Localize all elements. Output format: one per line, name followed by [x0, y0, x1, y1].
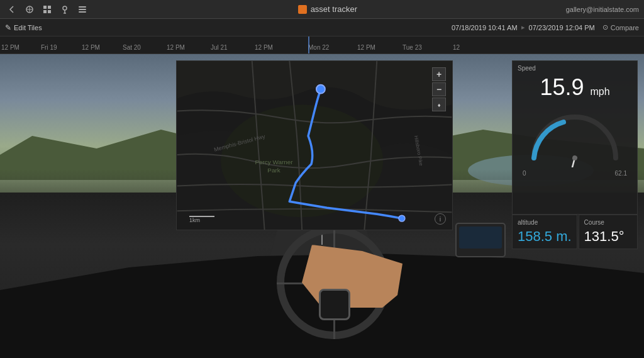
user-email: gallery@initialstate.com: [566, 6, 639, 13]
list-button[interactable]: [75, 3, 89, 16]
map-zoom-in-button[interactable]: +: [432, 67, 446, 81]
timeline-label-0: 12 PM: [1, 44, 19, 51]
timeline-label-9: 12: [453, 44, 460, 51]
scale-text: 1km: [189, 217, 200, 223]
map-panel[interactable]: Memphis-Bristol Hwy Percy Warner Park Hi…: [176, 60, 453, 230]
date-start[interactable]: 07/18/2019 10:41 AM: [452, 24, 518, 31]
speed-unit: mph: [590, 86, 609, 97]
gps-device: [455, 223, 506, 257]
pencil-icon: ✎: [5, 23, 11, 32]
altitude-label: altitude: [518, 219, 572, 226]
timeline-label-7: 12 PM: [357, 44, 375, 51]
speed-value: 15.9 mph: [513, 73, 637, 102]
svg-rect-6: [79, 6, 86, 8]
altitude-panel: altitude 158.5 m.: [512, 215, 577, 249]
svg-point-16: [316, 85, 325, 94]
bottom-panels: altitude 158.5 m. Course 131.5°: [512, 215, 638, 249]
date-separator: ▸: [521, 23, 525, 31]
speed-number: 15.9: [540, 74, 584, 100]
back-button[interactable]: [5, 3, 19, 16]
app-title: asset tracker: [94, 4, 561, 14]
timeline-label-mon22: Mon 22: [308, 44, 329, 51]
edit-tiles-label: Edit Tiles: [14, 24, 42, 31]
gauge-max: 62.1: [615, 170, 627, 177]
gps-screen: [459, 227, 502, 249]
gauge-min: 0: [523, 170, 526, 177]
svg-point-5: [63, 6, 67, 10]
map-compass-button[interactable]: ⬧: [432, 98, 446, 111]
compare-icon: ⊙: [602, 23, 608, 31]
timeline-label-3: Sat 20: [123, 44, 141, 51]
gauge-min-max: 0 62.1: [513, 170, 637, 177]
playhead: [308, 36, 309, 53]
top-bar: asset tracker gallery@initialstate.com: [0, 0, 644, 19]
svg-rect-1: [43, 6, 47, 9]
map-scale: 1km: [189, 216, 214, 223]
edit-tiles-button[interactable]: ✎ Edit Tiles: [5, 23, 42, 32]
altitude-value: 158.5 m.: [518, 228, 572, 245]
home-button[interactable]: [23, 3, 36, 16]
timeline-label-2: 12 PM: [82, 44, 100, 51]
grid-button[interactable]: [40, 3, 54, 16]
svg-rect-3: [43, 10, 47, 13]
svg-rect-4: [48, 10, 51, 13]
date-range: 07/18/2019 10:41 AM ▸ 07/23/2019 12:04 P…: [452, 23, 595, 31]
watch: [319, 289, 350, 320]
svg-text:Park: Park: [267, 167, 280, 174]
timeline-label-8: Tue 23: [402, 44, 422, 51]
course-value: 131.5°: [584, 228, 632, 245]
compare-button[interactable]: ⊙ Compare: [602, 23, 639, 31]
course-label: Course: [584, 219, 632, 226]
speed-panel: Speed 15.9 mph 0 62.1: [512, 60, 638, 215]
timeline-label-5: Jul 21: [211, 44, 228, 51]
gauge-svg: [525, 104, 625, 167]
timeline-label-1: Fri 19: [41, 44, 57, 51]
waypoint-button[interactable]: [58, 3, 72, 16]
svg-point-20: [572, 155, 578, 161]
app-name-label: asset tracker: [311, 4, 357, 14]
date-end[interactable]: 07/23/2019 12:04 PM: [529, 24, 595, 31]
map-zoom-out-button[interactable]: −: [432, 82, 446, 96]
svg-text:Percy Warner: Percy Warner: [255, 159, 293, 165]
map-background: Memphis-Bristol Hwy Percy Warner Park Hi…: [177, 61, 452, 230]
timeline-label-4: 12 PM: [167, 44, 185, 51]
map-svg: Memphis-Bristol Hwy Percy Warner Park Hi…: [177, 61, 452, 230]
map-info-button[interactable]: i: [435, 213, 446, 225]
speed-label: Speed: [513, 61, 637, 73]
main-content: Memphis-Bristol Hwy Percy Warner Park Hi…: [0, 54, 644, 358]
map-controls: + − ⬧: [432, 67, 446, 111]
svg-rect-2: [48, 6, 51, 9]
course-panel: Course 131.5°: [579, 215, 638, 249]
toolbar: ✎ Edit Tiles 07/18/2019 10:41 AM ▸ 07/23…: [0, 19, 644, 36]
timeline-labels: 12 PM Fri 19 12 PM Sat 20 12 PM Jul 21 1…: [0, 36, 644, 53]
timeline-label-6: 12 PM: [255, 44, 273, 51]
svg-rect-8: [79, 11, 86, 13]
svg-point-17: [399, 215, 405, 221]
compare-label: Compare: [611, 24, 639, 31]
app-icon: [298, 5, 307, 14]
speed-gauge: [525, 104, 625, 167]
timeline[interactable]: 12 PM Fri 19 12 PM Sat 20 12 PM Jul 21 1…: [0, 36, 644, 54]
svg-rect-7: [79, 9, 86, 10]
